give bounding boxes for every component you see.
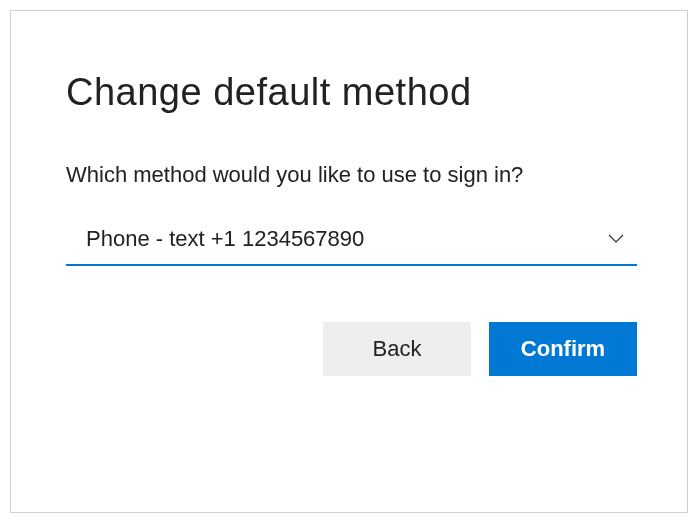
confirm-button[interactable]: Confirm	[489, 322, 637, 376]
back-button[interactable]: Back	[323, 322, 471, 376]
method-dropdown[interactable]: Phone - text +1 1234567890	[66, 216, 637, 266]
dialog-title: Change default method	[66, 71, 637, 114]
chevron-down-icon	[607, 230, 625, 248]
dropdown-selected-value: Phone - text +1 1234567890	[86, 226, 364, 252]
button-row: Back Confirm	[66, 322, 637, 376]
dialog-prompt: Which method would you like to use to si…	[66, 162, 637, 188]
change-default-method-dialog: Change default method Which method would…	[10, 10, 688, 513]
